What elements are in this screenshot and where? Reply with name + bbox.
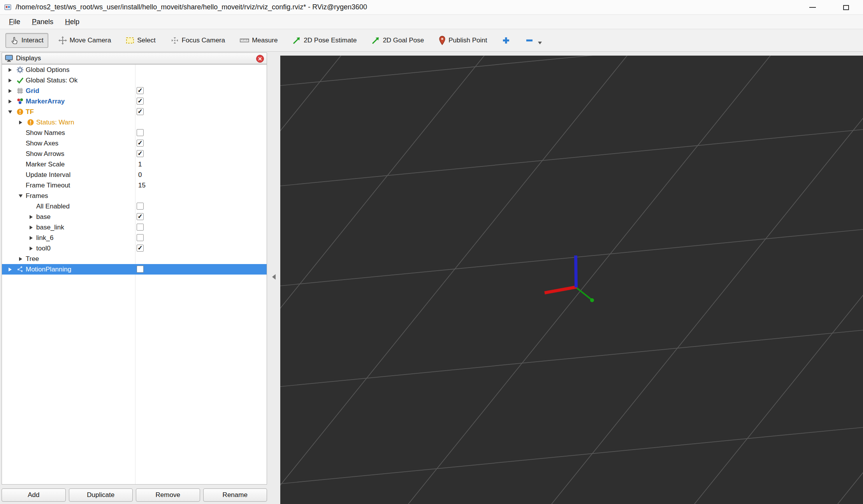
displays-panel-header[interactable]: Displays ✕ [2,52,267,64]
tree-row-label: Global Options [26,66,69,74]
tree-row-label: Grid [26,87,39,95]
select-button[interactable]: Select [121,33,160,47]
move-camera-button[interactable]: Move Camera [54,33,116,48]
tree-row-all-enabled[interactable]: All Enabled [2,201,267,212]
enable-checkbox[interactable] [137,129,144,136]
enable-checkbox[interactable] [137,266,144,273]
measure-ruler-icon [240,38,249,43]
tree-row-label: Status: Warn [36,119,74,126]
tree-row-link-6[interactable]: link_6 [2,233,267,243]
publish-point-label: Publish Point [448,37,487,44]
collapse-arrow-icon[interactable] [8,110,12,114]
remove-button[interactable]: Remove [136,488,200,502]
panel-collapse-arrow-icon[interactable] [272,274,276,280]
enable-checkbox[interactable]: ✓ [137,213,144,220]
dropdown-caret-icon[interactable] [538,42,542,44]
collapse-arrow-icon[interactable] [19,194,23,198]
rename-button[interactable]: Rename [203,488,267,502]
enable-checkbox[interactable]: ✓ [137,98,144,105]
tree-row-frames[interactable]: Frames [2,191,267,201]
enable-checkbox[interactable]: ✓ [137,140,144,147]
focus-camera-button[interactable]: Focus Camera [166,33,230,48]
displays-panel-buttons: Add Duplicate Remove Rename [2,488,267,502]
tree-row-base[interactable]: base✓ [2,212,267,222]
tree-row-grid[interactable]: Grid✓ [2,86,267,96]
enable-checkbox[interactable]: ✓ [137,245,144,252]
tree-row-update-interval[interactable]: Update Interval0 [2,170,267,180]
select-label: Select [137,37,155,44]
minimize-button[interactable] [801,0,824,15]
enable-checkbox[interactable]: ✓ [137,87,144,94]
expand-arrow-icon[interactable] [19,121,22,124]
move-camera-label: Move Camera [70,37,111,44]
interact-button[interactable]: Interact [5,33,48,48]
expand-arrow-icon[interactable] [9,89,12,93]
expand-arrow-icon[interactable] [30,236,33,240]
add-button[interactable]: Add [2,488,66,502]
expand-arrow-icon[interactable] [9,79,12,82]
hand-icon [10,36,19,45]
pose-estimate-button[interactable]: 2D Pose Estimate [288,33,361,48]
displays-panel-title: Displays [16,54,41,62]
enable-checkbox[interactable]: ✓ [137,150,144,157]
measure-button[interactable]: Measure [235,33,282,47]
tree-row-show-arrows[interactable]: Show Arrows✓ [2,149,267,159]
tree-row-tf[interactable]: TF✓ [2,107,267,117]
tree-row-label: TF [26,108,34,116]
expand-arrow-icon[interactable] [9,268,12,271]
render-viewport[interactable] [280,56,863,504]
expand-arrow-icon[interactable] [19,257,22,261]
tree-row-show-axes[interactable]: Show Axes✓ [2,138,267,149]
menu-help[interactable]: Help [59,16,85,28]
tree-row-label: Frames [26,192,48,200]
enable-checkbox[interactable]: ✓ [137,108,144,115]
property-value[interactable]: 15 [138,182,146,189]
goal-pose-label: 2D Goal Pose [383,37,424,44]
menu-file[interactable]: File [3,16,26,28]
add-tool-button[interactable] [497,33,515,48]
tree-row-label: Frame Timeout [26,182,70,189]
expand-arrow-icon[interactable] [30,215,33,219]
tree-row-label: Show Axes [26,140,58,147]
plus-icon [502,36,510,45]
maximize-button[interactable] [834,0,858,15]
property-value[interactable]: 1 [138,161,142,168]
tree-row-global-status-ok[interactable]: Global Status: Ok [2,75,267,86]
tf-axes-marker [545,256,594,302]
tree-row-frame-timeout[interactable]: Frame Timeout15 [2,180,267,191]
tree-row-marker-scale[interactable]: Marker Scale1 [2,159,267,170]
measure-label: Measure [252,37,278,44]
tree-row-motionplanning[interactable]: MotionPlanning [2,264,267,275]
tree-row-label: link_6 [36,234,53,242]
expand-arrow-icon[interactable] [9,100,12,103]
expand-arrow-icon[interactable] [9,68,12,72]
tree-row-show-names[interactable]: Show Names [2,128,267,138]
close-panel-button[interactable]: ✕ [256,55,264,63]
tree-row-status-warn[interactable]: Status: Warn [2,117,267,128]
tree-row-label: MotionPlanning [26,266,71,273]
enable-checkbox[interactable] [137,224,144,231]
tree-row-markerarray[interactable]: MarkerArray✓ [2,96,267,107]
publish-point-button[interactable]: Publish Point [434,33,492,48]
tree-row-label: Tree [26,255,39,263]
tree-row-tree[interactable]: Tree [2,254,267,264]
tree-row-global-options[interactable]: Global Options [2,65,267,75]
menu-panels[interactable]: Panels [26,16,59,28]
duplicate-button[interactable]: Duplicate [69,488,133,502]
tree-row-tool0[interactable]: tool0✓ [2,243,267,254]
viewport-grid [280,56,863,504]
goal-pose-button[interactable]: 2D Goal Pose [367,33,429,48]
green-arrow-icon [292,36,301,45]
tree-row-label: Show Arrows [26,150,64,158]
tree-row-base-link[interactable]: base_link [2,222,267,233]
expand-arrow-icon[interactable] [30,226,33,229]
enable-checkbox[interactable] [137,234,144,241]
tree-row-label: Update Interval [26,171,70,179]
menu-bar: File Panels Help [0,15,863,29]
expand-arrow-icon[interactable] [30,247,33,250]
remove-tool-button[interactable] [520,33,547,48]
property-value[interactable]: 0 [138,171,142,179]
enable-checkbox[interactable] [137,203,144,210]
minimize-icon [809,7,816,8]
marker-array-icon [15,98,25,105]
